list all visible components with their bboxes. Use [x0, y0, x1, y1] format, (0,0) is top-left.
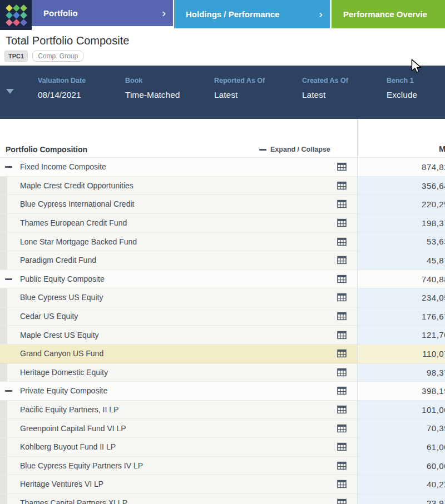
- table-row[interactable]: Blue Cypress International Credit 220,29: [0, 195, 445, 214]
- row-main-cell[interactable]: Blue Cypress International Credit: [0, 195, 357, 214]
- market-value: 220,29: [358, 195, 445, 214]
- holding-name[interactable]: Pacific Equity Partners, II LP: [20, 405, 118, 414]
- table-row[interactable]: Heritage Domestic Equity 98,37: [0, 363, 445, 382]
- filter-value[interactable]: Latest: [302, 90, 325, 100]
- table-row[interactable]: Greenpoint Capital Fund VI LP 70,39: [0, 419, 445, 438]
- table-row[interactable]: Public Equity Composite 740,88: [0, 270, 445, 289]
- holdings-table-icon[interactable]: [337, 350, 347, 358]
- holdings-table-icon[interactable]: [337, 331, 347, 339]
- table-row[interactable]: Fixed Income Composite 874,82: [0, 158, 445, 177]
- row-main-cell[interactable]: Blue Cypress US Equity: [0, 288, 357, 307]
- holdings-table-icon[interactable]: [337, 424, 347, 432]
- holding-name[interactable]: Paradigm Credit Fund: [20, 256, 96, 265]
- holding-name[interactable]: Kohlberg Buyout Fund II LP: [20, 442, 116, 451]
- row-main-cell[interactable]: Public Equity Composite: [0, 270, 357, 289]
- holding-name[interactable]: Blue Cypress Equity Partners IV LP: [20, 461, 143, 470]
- table-row[interactable]: Private Equity Composite 398,19: [0, 382, 445, 401]
- child-indent-strip: [0, 494, 7, 504]
- holdings-table-icon[interactable]: [337, 387, 347, 395]
- row-main-cell[interactable]: Maple Crest Credit Opportunities: [0, 177, 357, 196]
- holdings-table-icon[interactable]: [337, 275, 347, 283]
- table-row[interactable]: Grand Canyon US Fund 110,07: [0, 345, 445, 363]
- table-row[interactable]: Thames Capital Partners XI LP 23,97: [0, 494, 445, 504]
- row-main-cell[interactable]: Thames European Credit Fund: [0, 214, 357, 233]
- market-value: 60,00: [358, 457, 445, 476]
- table-row[interactable]: Lone Star Mortgage Backed Fund 53,63: [0, 232, 445, 251]
- filter-value[interactable]: Time-Matched: [125, 90, 180, 100]
- holding-name[interactable]: Public Equity Composite: [20, 275, 105, 283]
- holdings-table-icon[interactable]: [337, 293, 347, 302]
- holding-name[interactable]: Fixed Income Composite: [20, 162, 106, 171]
- breadcrumb-label: Performance Overvie: [332, 9, 427, 19]
- expand-collapse-control[interactable]: Expand / Collapse: [259, 146, 330, 153]
- holding-name[interactable]: Blue Cypress US Equity: [20, 293, 103, 302]
- collapse-minus-icon[interactable]: [5, 278, 12, 280]
- table-row[interactable]: Paradigm Credit Fund 45,87: [0, 251, 445, 270]
- holding-name[interactable]: Grand Canyon US Fund: [20, 349, 103, 358]
- holdings-table-icon[interactable]: [337, 368, 347, 376]
- holding-name[interactable]: Heritage Domestic Equity: [20, 368, 108, 377]
- collapse-panel-icon[interactable]: [6, 89, 14, 94]
- row-main-cell[interactable]: Pacific Equity Partners, II LP: [0, 401, 357, 420]
- table-row[interactable]: Blue Cypress US Equity 234,05: [0, 288, 445, 307]
- holding-name[interactable]: Thames Capital Partners XI LP: [20, 498, 127, 504]
- logo-diamond: [20, 19, 27, 26]
- breadcrumb-holdings-performance[interactable]: Holdings / Performance ›: [174, 0, 330, 28]
- holding-name[interactable]: Private Equity Composite: [20, 386, 107, 395]
- row-main-cell[interactable]: Lone Star Mortgage Backed Fund: [0, 232, 357, 251]
- child-indent-strip: [0, 326, 7, 344]
- table-row[interactable]: Maple Crest Credit Opportunities 356,64: [0, 177, 445, 196]
- holdings-table-icon[interactable]: [337, 498, 347, 504]
- collapse-minus-icon[interactable]: [5, 166, 12, 168]
- row-main-cell[interactable]: Fixed Income Composite: [0, 158, 357, 177]
- row-main-cell[interactable]: Maple Crest US Equity: [0, 326, 357, 345]
- row-main-cell[interactable]: Thames Capital Partners XI LP: [0, 494, 357, 504]
- composition-column-header: Portfolio Composition: [6, 145, 87, 154]
- breadcrumb-portfolio[interactable]: Portfolio ›: [32, 0, 173, 26]
- table-row[interactable]: Kohlberg Buyout Fund II LP 61,00: [0, 438, 445, 457]
- holdings-table-icon[interactable]: [337, 200, 347, 208]
- holding-name[interactable]: Greenpoint Capital Fund VI LP: [20, 424, 126, 433]
- row-main-cell[interactable]: Greenpoint Capital Fund VI LP: [0, 419, 357, 438]
- comp-group-badge: Comp. Group: [32, 51, 83, 62]
- holdings-table-icon[interactable]: [337, 237, 347, 246]
- row-main-cell[interactable]: Grand Canyon US Fund: [0, 345, 357, 363]
- table-row[interactable]: Cedar US Equity 176,67: [0, 307, 445, 326]
- row-main-cell[interactable]: Private Equity Composite: [0, 382, 357, 401]
- holding-name[interactable]: Maple Crest US Equity: [20, 331, 99, 340]
- table-row[interactable]: Thames European Credit Fund 198,37: [0, 214, 445, 233]
- holdings-table-icon[interactable]: [337, 312, 347, 321]
- filter-value[interactable]: 08/14/2021: [38, 90, 81, 100]
- app-logo[interactable]: [0, 0, 32, 30]
- row-main-cell[interactable]: Heritage Domestic Equity: [0, 363, 357, 382]
- table-row[interactable]: Blue Cypress Equity Partners IV LP 60,00: [0, 457, 445, 476]
- breadcrumb-performance-overview[interactable]: Performance Overvie: [332, 0, 445, 28]
- holdings-table-icon[interactable]: [337, 256, 347, 265]
- holdings-table-icon[interactable]: [337, 443, 347, 451]
- table-row[interactable]: Pacific Equity Partners, II LP 101,00: [0, 401, 445, 420]
- row-main-cell[interactable]: Paradigm Credit Fund: [0, 251, 357, 270]
- holding-name[interactable]: Thames European Credit Fund: [20, 218, 127, 227]
- holdings-table-icon[interactable]: [337, 406, 347, 414]
- row-main-cell[interactable]: Heritage Ventures VI LP: [0, 475, 357, 494]
- holdings-table-icon[interactable]: [337, 461, 347, 470]
- holding-name[interactable]: Cedar US Equity: [20, 312, 78, 321]
- holdings-table-icon[interactable]: [337, 163, 347, 171]
- row-main-cell[interactable]: Blue Cypress Equity Partners IV LP: [0, 457, 357, 476]
- table-row[interactable]: Heritage Ventures VI LP 40,22: [0, 475, 445, 494]
- holdings-table-icon[interactable]: [337, 181, 347, 189]
- holding-name[interactable]: Lone Star Mortgage Backed Fund: [20, 237, 137, 246]
- collapse-minus-icon[interactable]: [5, 390, 12, 392]
- filter-value[interactable]: Latest: [214, 90, 238, 100]
- row-main-cell[interactable]: Cedar US Equity: [0, 307, 357, 326]
- holdings-table-icon[interactable]: [337, 480, 347, 488]
- holding-name[interactable]: Maple Crest Credit Opportunities: [20, 181, 134, 190]
- table-row[interactable]: Maple Crest US Equity 121,70: [0, 326, 445, 345]
- holding-name[interactable]: Blue Cypress International Credit: [20, 199, 134, 208]
- holding-name[interactable]: Heritage Ventures VI LP: [20, 480, 103, 488]
- badge-row: TPC1 Comp. Group: [4, 51, 83, 62]
- row-main-cell[interactable]: Kohlberg Buyout Fund II LP: [0, 438, 357, 457]
- child-indent-strip: [0, 177, 7, 195]
- filter-value[interactable]: Exclude: [387, 90, 417, 100]
- holdings-table-icon[interactable]: [337, 219, 347, 227]
